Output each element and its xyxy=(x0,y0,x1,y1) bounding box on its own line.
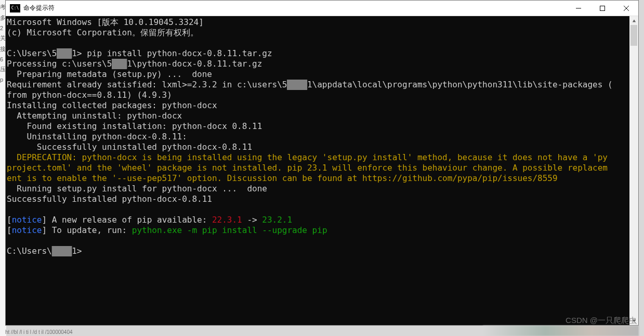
console-line: Running setup.py install for python-docx… xyxy=(7,184,267,193)
console-line: from python-docx==0.8.11) (4.9.3) xyxy=(7,90,172,100)
deprecation-warning: ent is to enable the '--use-pep517' opti… xyxy=(7,173,558,183)
console-line: Successfully installed python-docx-0.8.1… xyxy=(7,194,212,204)
redacted-text: ████ xyxy=(52,246,72,256)
cmd-icon xyxy=(10,4,20,12)
console-line: Preparing metadata (setup.py) ... done xyxy=(7,69,212,79)
title-bar[interactable]: 命令提示符 xyxy=(6,1,638,16)
redacted-text: ███ xyxy=(112,59,127,69)
close-button[interactable] xyxy=(614,1,638,16)
notice-line: [notice] A new release of pip available:… xyxy=(7,215,292,225)
console-line: Attempting uninstall: python-docx xyxy=(7,111,182,121)
notice-line: [notice] To update, run: python.exe -m p… xyxy=(7,225,327,235)
console-line: Processing c:\users\5███1\python-docx-0.… xyxy=(7,59,262,69)
console-line: (c) Microsoft Corporation。保留所有权利。 xyxy=(7,28,199,37)
console-prompt: C:\Users\5███1> pip install python-docx-… xyxy=(7,48,272,58)
redacted-text: ████ xyxy=(287,80,307,90)
scroll-up-arrow[interactable] xyxy=(629,16,638,25)
console-prompt: C:\Users\████1> xyxy=(7,246,82,256)
cmd-window: 命令提示符 Microsoft Windows [版本 10.0.19045.3… xyxy=(5,0,639,326)
console-line: Microsoft Windows [版本 10.0.19045.3324] xyxy=(7,17,204,27)
console-line: Uninstalling python-docx-0.8.11: xyxy=(7,132,187,141)
scrollbar-thumb[interactable] xyxy=(630,25,637,46)
console-line: Found existing installation: python-docx… xyxy=(7,121,262,131)
deprecation-warning: DEPRECATION: python-docx is being instal… xyxy=(7,152,608,162)
redacted-text: ███ xyxy=(57,48,72,59)
maximize-button[interactable] xyxy=(590,1,614,16)
bottom-cropped-text: ht //bl /l i ti l /d t il /100000404 xyxy=(5,329,73,335)
console-line: Installing collected packages: python-do… xyxy=(7,100,217,110)
deprecation-warning: project.toml' and the 'wheel' package is… xyxy=(7,163,608,173)
window-controls xyxy=(567,1,638,16)
console-line: Requirement already satisfied: lxml>=2.3… xyxy=(7,80,613,89)
window-title: 命令提示符 xyxy=(23,4,567,12)
svg-rect-1 xyxy=(600,6,605,10)
background-blur xyxy=(483,326,639,336)
console-line: Successfully uninstalled python-docx-0.8… xyxy=(7,142,252,152)
minimize-button[interactable] xyxy=(567,1,590,16)
console-output[interactable]: Microsoft Windows [版本 10.0.19045.3324] (… xyxy=(6,16,638,325)
scroll-down-arrow[interactable] xyxy=(629,316,638,325)
vertical-scrollbar[interactable] xyxy=(629,16,638,325)
